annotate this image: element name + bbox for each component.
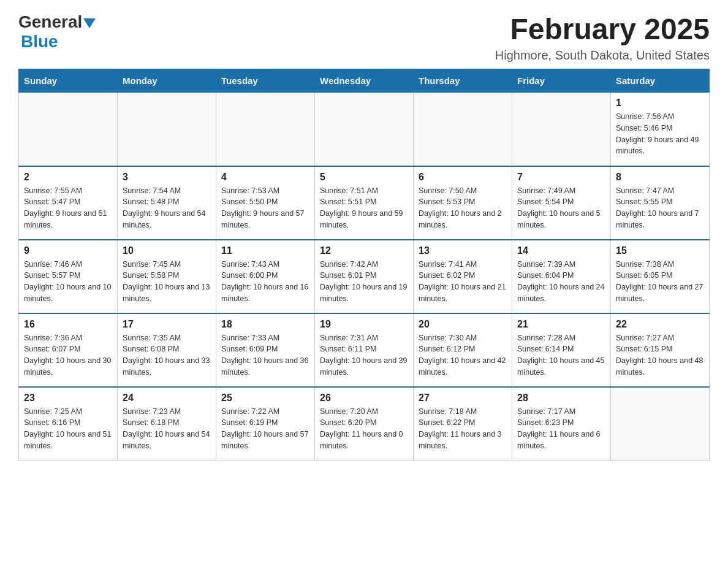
day-number: 22 (616, 319, 704, 330)
day-number: 26 (320, 393, 408, 404)
calendar-cell: 28Sunrise: 7:17 AMSunset: 6:23 PMDayligh… (512, 387, 611, 461)
day-number: 3 (123, 172, 211, 183)
day-info: Sunrise: 7:46 AMSunset: 5:57 PMDaylight:… (24, 259, 112, 305)
calendar-cell: 13Sunrise: 7:41 AMSunset: 6:02 PMDayligh… (414, 240, 512, 313)
calendar-cell: 22Sunrise: 7:27 AMSunset: 6:15 PMDayligh… (611, 313, 710, 387)
calendar-cell: 8Sunrise: 7:47 AMSunset: 5:55 PMDaylight… (611, 166, 710, 240)
calendar-day-header: Friday (512, 69, 611, 93)
day-number: 8 (616, 172, 704, 183)
day-info: Sunrise: 7:47 AMSunset: 5:55 PMDaylight:… (616, 185, 704, 231)
day-info: Sunrise: 7:25 AMSunset: 6:16 PMDaylight:… (24, 406, 112, 452)
day-number: 1 (616, 98, 704, 109)
calendar-cell: 11Sunrise: 7:43 AMSunset: 6:00 PMDayligh… (216, 240, 315, 313)
day-info: Sunrise: 7:53 AMSunset: 5:50 PMDaylight:… (221, 185, 309, 231)
day-info: Sunrise: 7:33 AMSunset: 6:09 PMDaylight:… (221, 332, 309, 378)
calendar-cell (611, 387, 710, 461)
calendar-day-header: Saturday (611, 69, 710, 93)
day-info: Sunrise: 7:36 AMSunset: 6:07 PMDaylight:… (24, 332, 112, 378)
calendar-cell: 19Sunrise: 7:31 AMSunset: 6:11 PMDayligh… (315, 313, 414, 387)
calendar-cell: 17Sunrise: 7:35 AMSunset: 6:08 PMDayligh… (118, 313, 216, 387)
day-info: Sunrise: 7:56 AMSunset: 5:46 PMDaylight:… (616, 111, 704, 157)
day-number: 28 (517, 393, 605, 404)
calendar-cell: 27Sunrise: 7:18 AMSunset: 6:22 PMDayligh… (414, 387, 512, 461)
calendar-cell: 6Sunrise: 7:50 AMSunset: 5:53 PMDaylight… (414, 166, 512, 240)
calendar-cell (315, 93, 414, 166)
day-number: 18 (221, 319, 309, 330)
calendar-cell: 9Sunrise: 7:46 AMSunset: 5:57 PMDaylight… (19, 240, 118, 313)
logo-triangle-icon (83, 18, 96, 28)
calendar-cell: 1Sunrise: 7:56 AMSunset: 5:46 PMDaylight… (611, 93, 710, 166)
calendar-cell: 21Sunrise: 7:28 AMSunset: 6:14 PMDayligh… (512, 313, 611, 387)
day-number: 16 (24, 319, 112, 330)
calendar-cell: 24Sunrise: 7:23 AMSunset: 6:18 PMDayligh… (118, 387, 216, 461)
day-number: 17 (123, 319, 211, 330)
day-number: 5 (320, 172, 408, 183)
logo-blue-text: Blue (21, 32, 58, 51)
day-info: Sunrise: 7:54 AMSunset: 5:48 PMDaylight:… (123, 185, 211, 231)
day-number: 23 (24, 393, 112, 404)
day-number: 7 (517, 172, 605, 183)
day-info: Sunrise: 7:50 AMSunset: 5:53 PMDaylight:… (419, 185, 507, 231)
calendar-day-header: Tuesday (216, 69, 315, 93)
day-info: Sunrise: 7:20 AMSunset: 6:20 PMDaylight:… (320, 406, 408, 452)
calendar-cell: 26Sunrise: 7:20 AMSunset: 6:20 PMDayligh… (315, 387, 414, 461)
day-number: 15 (616, 245, 704, 256)
location-text: Highmore, South Dakota, United States (495, 48, 710, 63)
day-number: 6 (419, 172, 507, 183)
day-info: Sunrise: 7:38 AMSunset: 6:05 PMDaylight:… (616, 259, 704, 305)
calendar-table: SundayMondayTuesdayWednesdayThursdayFrid… (18, 69, 710, 461)
day-info: Sunrise: 7:22 AMSunset: 6:19 PMDaylight:… (221, 406, 309, 452)
day-number: 20 (419, 319, 507, 330)
calendar-day-header: Wednesday (315, 69, 414, 93)
day-number: 10 (123, 245, 211, 256)
day-info: Sunrise: 7:49 AMSunset: 5:54 PMDaylight:… (517, 185, 605, 231)
day-number: 24 (123, 393, 211, 404)
calendar-cell: 15Sunrise: 7:38 AMSunset: 6:05 PMDayligh… (611, 240, 710, 313)
day-number: 9 (24, 245, 112, 256)
day-info: Sunrise: 7:30 AMSunset: 6:12 PMDaylight:… (419, 332, 507, 378)
calendar-day-header: Sunday (19, 69, 118, 93)
calendar-cell: 14Sunrise: 7:39 AMSunset: 6:04 PMDayligh… (512, 240, 611, 313)
calendar-cell: 2Sunrise: 7:55 AMSunset: 5:47 PMDaylight… (19, 166, 118, 240)
page-header: General Blue February 2025 Highmore, Sou… (18, 12, 710, 63)
day-number: 4 (221, 172, 309, 183)
day-number: 19 (320, 319, 408, 330)
day-info: Sunrise: 7:39 AMSunset: 6:04 PMDaylight:… (517, 259, 605, 305)
day-info: Sunrise: 7:51 AMSunset: 5:51 PMDaylight:… (320, 185, 408, 231)
calendar-cell: 7Sunrise: 7:49 AMSunset: 5:54 PMDaylight… (512, 166, 611, 240)
calendar-cell: 12Sunrise: 7:42 AMSunset: 6:01 PMDayligh… (315, 240, 414, 313)
day-info: Sunrise: 7:17 AMSunset: 6:23 PMDaylight:… (517, 406, 605, 452)
calendar-cell (118, 93, 216, 166)
day-info: Sunrise: 7:41 AMSunset: 6:02 PMDaylight:… (419, 259, 507, 305)
day-info: Sunrise: 7:55 AMSunset: 5:47 PMDaylight:… (24, 185, 112, 231)
day-number: 27 (419, 393, 507, 404)
calendar-cell: 4Sunrise: 7:53 AMSunset: 5:50 PMDaylight… (216, 166, 315, 240)
day-info: Sunrise: 7:31 AMSunset: 6:11 PMDaylight:… (320, 332, 408, 378)
calendar-header-row: SundayMondayTuesdayWednesdayThursdayFrid… (19, 69, 710, 93)
calendar-cell (414, 93, 512, 166)
day-number: 14 (517, 245, 605, 256)
day-number: 11 (221, 245, 309, 256)
title-section: February 2025 Highmore, South Dakota, Un… (495, 12, 710, 63)
day-info: Sunrise: 7:45 AMSunset: 5:58 PMDaylight:… (123, 259, 211, 305)
day-number: 21 (517, 319, 605, 330)
logo: General Blue (18, 12, 96, 52)
calendar-cell: 20Sunrise: 7:30 AMSunset: 6:12 PMDayligh… (414, 313, 512, 387)
calendar-cell (512, 93, 611, 166)
day-info: Sunrise: 7:27 AMSunset: 6:15 PMDaylight:… (616, 332, 704, 378)
calendar-day-header: Thursday (414, 69, 512, 93)
day-number: 25 (221, 393, 309, 404)
calendar-cell (216, 93, 315, 166)
calendar-cell: 10Sunrise: 7:45 AMSunset: 5:58 PMDayligh… (118, 240, 216, 313)
day-info: Sunrise: 7:42 AMSunset: 6:01 PMDaylight:… (320, 259, 408, 305)
calendar-cell (19, 93, 118, 166)
day-number: 2 (24, 172, 112, 183)
calendar-cell: 25Sunrise: 7:22 AMSunset: 6:19 PMDayligh… (216, 387, 315, 461)
day-info: Sunrise: 7:43 AMSunset: 6:00 PMDaylight:… (221, 259, 309, 305)
calendar-cell: 3Sunrise: 7:54 AMSunset: 5:48 PMDaylight… (118, 166, 216, 240)
calendar-cell: 5Sunrise: 7:51 AMSunset: 5:51 PMDaylight… (315, 166, 414, 240)
logo-general-text: General (18, 12, 82, 32)
day-number: 13 (419, 245, 507, 256)
calendar-day-header: Monday (118, 69, 216, 93)
day-info: Sunrise: 7:28 AMSunset: 6:14 PMDaylight:… (517, 332, 605, 378)
